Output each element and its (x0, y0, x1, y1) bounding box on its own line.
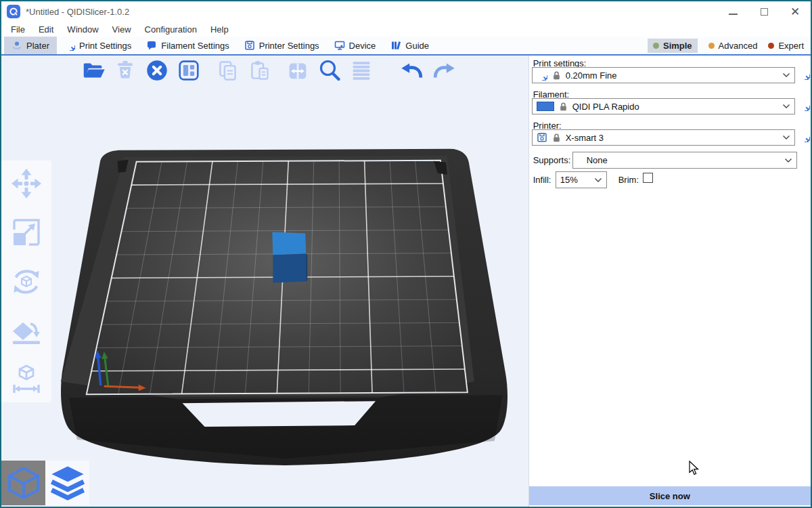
variable-layer-height-button[interactable] (348, 57, 375, 84)
paste-icon (247, 58, 272, 83)
3d-editor-view-button[interactable] (1, 461, 45, 505)
mode-advanced[interactable]: Advanced (708, 41, 758, 51)
chevron-down-icon (784, 158, 792, 163)
infill-label: Infill: (533, 175, 551, 185)
filament-combo[interactable]: QIDI PLA Rapido (532, 98, 795, 114)
brim-label: Brim: (618, 175, 639, 185)
printer-combo[interactable]: X-smart 3 (532, 129, 795, 146)
print-settings-edit-button[interactable] (798, 68, 810, 80)
settings-sidebar: Print settings: 0.20mm Fine Filament: QI… (528, 56, 811, 507)
filament-edit-button[interactable] (798, 100, 810, 111)
print-bed-scene (1, 56, 528, 506)
maximize-button[interactable] (748, 1, 780, 22)
guide-books-icon (390, 40, 401, 51)
device-monitor-icon (334, 40, 345, 51)
measure-icon (10, 363, 43, 396)
menu-view[interactable]: View (106, 24, 138, 35)
left-toolbar (1, 161, 51, 402)
close-button[interactable]: ✕ (780, 1, 811, 22)
tab-plater[interactable]: Plater (4, 37, 57, 54)
app-logo-icon (7, 5, 20, 18)
menu-window[interactable]: Window (60, 24, 105, 35)
tab-filament-settings[interactable]: Filament Settings (139, 37, 236, 54)
3d-viewport[interactable] (1, 56, 528, 507)
chevron-down-icon (782, 104, 790, 109)
layer-bars-icon (348, 58, 374, 83)
search-icon (316, 57, 343, 84)
chevron-down-icon (594, 177, 602, 183)
split-to-objects-button[interactable] (284, 57, 311, 84)
tab-print-settings[interactable]: Print Settings (57, 37, 139, 54)
open-project-button[interactable] (80, 57, 107, 84)
brim-checkbox[interactable] (643, 173, 653, 183)
chevron-down-icon (782, 72, 790, 78)
rotate-button[interactable] (10, 266, 43, 298)
plater-icon (12, 40, 22, 51)
undo-button[interactable] (399, 57, 426, 84)
delete-all-button[interactable] (143, 57, 171, 84)
open-folder-icon (81, 58, 106, 83)
mode-simple[interactable]: Simple (648, 39, 698, 53)
supports-combo[interactable]: None (572, 152, 797, 169)
gear-icon (537, 70, 547, 81)
menu-configuration[interactable]: Configuration (138, 24, 204, 35)
preview-view-button[interactable] (45, 461, 89, 505)
chevron-down-icon (782, 135, 790, 140)
simple-dot-icon (653, 43, 659, 49)
mouse-cursor (689, 461, 700, 476)
copy-button[interactable] (214, 57, 241, 84)
preview-layers-icon (49, 463, 87, 503)
expert-dot-icon (768, 43, 774, 49)
menu-file[interactable]: File (4, 24, 32, 35)
menu-edit[interactable]: Edit (32, 24, 60, 35)
paste-button[interactable] (246, 57, 273, 84)
menu-help[interactable]: Help (204, 24, 235, 35)
tab-guide[interactable]: Guide (383, 37, 436, 54)
redo-icon (431, 58, 457, 83)
place-on-face-button[interactable] (10, 314, 43, 347)
arrange-icon (176, 58, 202, 83)
delete-all-icon (144, 58, 170, 83)
lock-icon (551, 70, 562, 81)
place-on-face-icon (10, 314, 43, 347)
printer-value: X-smart 3 (566, 133, 778, 143)
print-settings-gear-icon (64, 40, 75, 51)
supports-label: Supports: (533, 155, 571, 165)
print-settings-combo[interactable]: 0.20mm Fine (532, 67, 795, 83)
tab-device[interactable]: Device (327, 37, 384, 54)
search-button[interactable] (316, 57, 343, 84)
window-title: *Untitled - QIDISlicer-1.0.2 (26, 7, 129, 17)
filament-icon (146, 40, 157, 51)
delete-button[interactable] (112, 57, 139, 84)
infill-combo[interactable]: 15% (556, 171, 607, 188)
printer-icon (537, 132, 547, 143)
lock-icon (551, 133, 562, 143)
infill-value: 15% (560, 175, 590, 185)
tab-bar: Plater Print Settings Filament Settings … (1, 37, 811, 56)
copy-icon (215, 58, 240, 83)
arrange-button[interactable] (175, 57, 202, 84)
trash-icon (113, 58, 137, 83)
bed-handle-cutout (183, 401, 376, 427)
move-button[interactable] (10, 167, 43, 200)
supports-value: None (577, 155, 780, 165)
scale-button[interactable] (10, 216, 43, 249)
top-toolbar (80, 57, 462, 84)
mode-expert[interactable]: Expert (768, 41, 804, 51)
advanced-dot-icon (708, 43, 715, 49)
printer-edit-button[interactable] (798, 131, 810, 142)
printer-settings-icon (244, 40, 255, 51)
lock-icon (558, 102, 568, 112)
slice-now-button[interactable]: Slice now (529, 486, 811, 505)
redo-button[interactable] (430, 57, 457, 84)
scale-icon (10, 216, 43, 249)
menu-bar: File Edit Window View Configuration Help (1, 22, 811, 37)
minimize-button[interactable] (717, 1, 748, 22)
tab-printer-settings[interactable]: Printer Settings (237, 37, 327, 54)
model-cube[interactable] (272, 232, 307, 283)
move-icon (10, 167, 43, 200)
undo-icon (399, 58, 425, 83)
measure-button[interactable] (10, 363, 43, 396)
print-settings-value: 0.20mm Fine (566, 70, 778, 81)
title-bar: *Untitled - QIDISlicer-1.0.2 ✕ (1, 1, 811, 22)
